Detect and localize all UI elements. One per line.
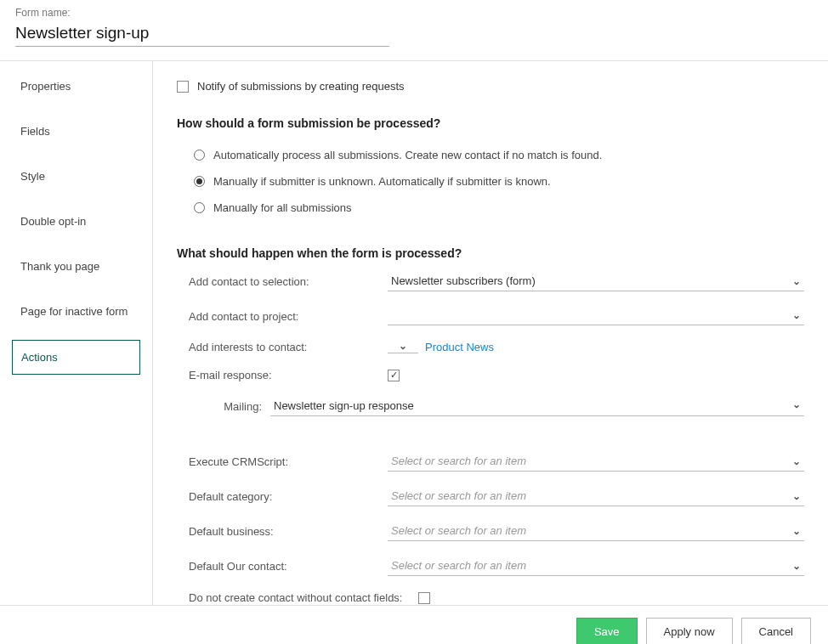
email-response-label: E-mail response: — [189, 369, 388, 381]
tab-inactive-form[interactable]: Page for inactive form — [12, 295, 140, 328]
chevron-down-icon: ⌄ — [792, 456, 801, 466]
processed-section-title: What should happen when the form is proc… — [177, 246, 804, 260]
notify-row[interactable]: Notify of submissions by creating reques… — [177, 80, 804, 93]
no-create-label: Do not create contact without contact fi… — [189, 591, 418, 604]
add-project-dropdown[interactable]: ⌄ — [388, 307, 804, 325]
radio-manual-all[interactable]: Manually for all submissions — [194, 195, 804, 221]
chevron-down-icon: ⌄ — [792, 399, 801, 412]
add-selection-dropdown[interactable]: Newsletter subscribers (form) ⌄ — [388, 272, 804, 291]
notify-checkbox[interactable] — [177, 81, 189, 93]
radio-manual-unknown[interactable]: Manually if submitter is unknown. Automa… — [194, 168, 804, 195]
tab-style[interactable]: Style — [12, 160, 140, 193]
form-name-label: Form name: — [15, 7, 813, 19]
tab-double-opt-in[interactable]: Double opt-in — [12, 205, 140, 238]
radio-manual-all-label: Manually for all submissions — [213, 201, 352, 214]
chevron-down-icon: ⌄ — [792, 491, 801, 501]
save-button[interactable]: Save — [576, 618, 638, 644]
default-category-dropdown[interactable]: Select or search for an item ⌄ — [388, 487, 804, 506]
mailing-label: Mailing: — [211, 400, 262, 413]
default-our-contact-placeholder: Select or search for an item — [391, 559, 526, 572]
add-selection-value: Newsletter subscribers (form) — [391, 274, 536, 287]
radio-auto-input[interactable] — [194, 150, 205, 161]
notify-label: Notify of submissions by creating reques… — [197, 80, 405, 93]
tab-thank-you[interactable]: Thank you page — [12, 250, 140, 283]
form-name-input[interactable] — [15, 20, 389, 47]
process-section-title: How should a form submission be processe… — [177, 116, 804, 130]
email-response-checkbox[interactable] — [388, 370, 400, 381]
chevron-down-icon: ⌄ — [399, 341, 407, 351]
default-our-contact-label: Default Our contact: — [189, 560, 388, 573]
add-interests-label: Add interests to contact: — [189, 341, 388, 353]
default-our-contact-dropdown[interactable]: Select or search for an item ⌄ — [388, 556, 804, 576]
sidebar: Properties Fields Style Double opt-in Th… — [0, 61, 153, 605]
radio-auto-label: Automatically process all submissions. C… — [213, 149, 602, 161]
default-business-placeholder: Select or search for an item — [391, 524, 526, 537]
default-category-placeholder: Select or search for an item — [391, 489, 526, 502]
execute-crm-placeholder: Select or search for an item — [391, 455, 526, 467]
tab-actions[interactable]: Actions — [12, 340, 140, 375]
interests-value-link[interactable]: Product News — [425, 341, 494, 353]
chevron-down-icon: ⌄ — [792, 310, 801, 320]
mailing-dropdown[interactable]: Newsletter sign-up response ⌄ — [270, 397, 804, 416]
process-radio-group: Automatically process all submissions. C… — [194, 142, 804, 221]
interests-dropdown-toggle[interactable]: ⌄ — [388, 341, 418, 353]
radio-manual-all-input[interactable] — [194, 202, 205, 213]
chevron-down-icon: ⌄ — [792, 561, 801, 571]
execute-crm-label: Execute CRMScript: — [189, 455, 388, 468]
chevron-down-icon: ⌄ — [792, 276, 801, 286]
apply-now-button[interactable]: Apply now — [646, 618, 733, 644]
footer: Save Apply now Cancel — [0, 605, 828, 644]
add-project-label: Add contact to project: — [189, 310, 388, 323]
content-panel: Notify of submissions by creating reques… — [153, 61, 828, 605]
no-create-checkbox[interactable] — [418, 592, 430, 604]
radio-manual-unknown-input[interactable] — [194, 176, 205, 187]
default-business-label: Default business: — [189, 525, 388, 538]
execute-crm-dropdown[interactable]: Select or search for an item ⌄ — [388, 452, 804, 472]
form-header: Form name: — [0, 0, 828, 50]
radio-auto[interactable]: Automatically process all submissions. C… — [194, 142, 804, 168]
tab-fields[interactable]: Fields — [12, 115, 140, 148]
cancel-button[interactable]: Cancel — [741, 618, 811, 644]
radio-manual-unknown-label: Manually if submitter is unknown. Automa… — [213, 175, 551, 188]
add-selection-label: Add contact to selection: — [189, 275, 388, 288]
default-category-label: Default category: — [189, 490, 388, 503]
default-business-dropdown[interactable]: Select or search for an item ⌄ — [388, 522, 804, 541]
chevron-down-icon: ⌄ — [792, 526, 801, 536]
mailing-value: Newsletter sign-up response — [274, 399, 414, 412]
tab-properties[interactable]: Properties — [12, 70, 140, 103]
